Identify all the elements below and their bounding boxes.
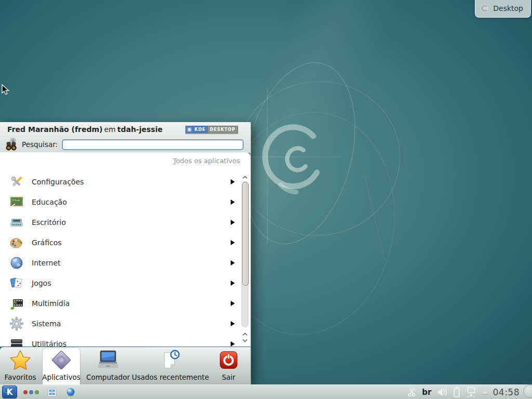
user-name: Fred Maranhão (fredm)	[7, 125, 102, 134]
tab-favoritos[interactable]: Favoritos	[0, 348, 41, 384]
web-ball-icon[interactable]	[65, 387, 76, 398]
submenu-arrow-icon	[231, 179, 235, 184]
menu-item-label: Multimídia	[32, 299, 70, 308]
globe-icon	[9, 255, 24, 271]
palette-icon	[9, 235, 24, 250]
menu-item-escritorio[interactable]: Escritório	[0, 212, 250, 232]
tab-aplicativos[interactable]: Aplicativos	[43, 348, 80, 384]
activity-dots-icon[interactable]	[23, 390, 39, 394]
submenu-arrow-icon	[231, 200, 235, 205]
menu-item-graficos[interactable]: Gráficos	[0, 232, 250, 252]
blue-dot-icon	[29, 390, 33, 394]
desktop-toolbox[interactable]: Desktop	[475, 0, 531, 18]
toolbox-label: Desktop	[493, 4, 523, 12]
menu-item-label: Sistema	[32, 320, 61, 328]
search-input[interactable]	[62, 139, 244, 150]
scrollbar[interactable]	[241, 175, 249, 344]
menu-item-configuracoes[interactable]: Configurações	[0, 171, 250, 192]
menu-item-educacao[interactable]: 2-2=4 Educação	[0, 192, 250, 212]
kde-menu-button[interactable]: K	[2, 385, 17, 398]
star-icon	[8, 348, 33, 372]
gear-icon	[9, 316, 24, 331]
tab-label: Favoritos	[5, 373, 36, 381]
scroll-up-icon[interactable]	[242, 175, 248, 180]
tab-sair[interactable]: Sair	[210, 348, 247, 384]
kde-desktop-badge: KDE DESKTOP	[185, 126, 238, 134]
conjunction: em	[102, 125, 117, 134]
menu-item-label: Educação	[32, 198, 67, 206]
host-name: tdah-jessie	[117, 125, 163, 134]
film-note-icon	[9, 296, 24, 311]
system-tray: br 04:58	[407, 387, 532, 397]
menu-item-label: Utilitários	[32, 340, 66, 347]
playing-cards-icon	[9, 275, 24, 291]
submenu-arrow-icon	[231, 341, 235, 347]
all-applications-link[interactable]: Todos os aplicativos	[173, 157, 240, 165]
red-dot-icon	[23, 390, 28, 394]
volume-icon[interactable]	[436, 387, 448, 397]
tab-usados-recentemente[interactable]: Usados recentemente	[136, 348, 205, 384]
recent-document-clock-icon	[158, 348, 183, 372]
search-row: Pesquisar:	[0, 136, 250, 153]
submenu-arrow-icon	[231, 281, 235, 286]
tab-label: Computador	[86, 373, 130, 381]
menu-item-label: Jogos	[32, 279, 51, 287]
green-dot-icon	[35, 390, 39, 394]
digital-clock[interactable]: 04:58	[493, 387, 520, 397]
kde-badge-icon	[186, 126, 193, 133]
kickoff-launcher: Fred Maranhão (fredm)emtdah-jessie KDE D…	[0, 122, 251, 384]
plasma-cashew-icon	[481, 4, 489, 12]
submenu-arrow-icon	[231, 321, 235, 326]
network-monitor-icon[interactable]	[465, 387, 477, 397]
menu-item-label: Gráficos	[32, 238, 62, 247]
menu-item-sistema[interactable]: Sistema	[0, 313, 250, 334]
menu-item-label: Internet	[32, 259, 61, 267]
tab-label: Aplicativos	[42, 373, 80, 381]
svg-text:2-2=4: 2-2=4	[12, 199, 20, 202]
launcher-header: Fred Maranhão (fredm)emtdah-jessie KDE D…	[0, 122, 250, 153]
toolbox-icon	[9, 336, 24, 347]
binoculars-search-icon	[4, 137, 20, 152]
scrollbar-thumb[interactable]	[242, 182, 249, 286]
menu-item-internet[interactable]: Internet	[0, 252, 250, 273]
mouse-cursor	[1, 84, 11, 96]
menu-item-utilitarios[interactable]: Utilitários	[0, 334, 250, 347]
taskbar-panel: K br	[0, 384, 532, 399]
submenu-arrow-icon	[231, 301, 235, 306]
kde-diamond-icon	[49, 348, 74, 372]
keyboard-layout-indicator[interactable]: br	[422, 388, 431, 397]
search-label: Pesquisar:	[22, 140, 58, 149]
launcher-user-host: Fred Maranhão (fredm)emtdah-jessie	[7, 125, 163, 134]
launcher-tab-strip: Favoritos Aplicativos Computador	[0, 347, 250, 385]
file-cabinet-icon[interactable]	[46, 387, 58, 398]
expand-tray-icon[interactable]	[482, 390, 488, 394]
menu-item-multimidia[interactable]: Multimídia	[0, 293, 250, 313]
launcher-app-list-panel: Todos os aplicativos Configurações 2-2=4…	[0, 152, 250, 347]
chalkboard-icon: 2-2=4	[9, 194, 24, 210]
menu-item-jogos[interactable]: Jogos	[0, 273, 250, 293]
scroll-down-icon[interactable]	[242, 338, 248, 343]
tab-computador[interactable]: Computador	[83, 348, 133, 384]
power-icon	[216, 348, 241, 372]
scroll-up-icon[interactable]	[242, 332, 248, 337]
tab-label: Sair	[222, 373, 235, 381]
submenu-arrow-icon	[231, 260, 235, 265]
tab-label: Usados recentemente	[132, 373, 209, 381]
crossed-tools-icon	[9, 174, 24, 190]
laptop-icon	[96, 348, 121, 372]
submenu-arrow-icon	[231, 220, 235, 225]
clipboard-scissors-icon[interactable]	[407, 387, 417, 397]
menu-item-label: Escritório	[32, 218, 66, 227]
battery-icon[interactable]	[453, 387, 460, 397]
kde-gear-icon	[4, 387, 9, 393]
scrollbar-track[interactable]	[242, 181, 248, 327]
submenu-arrow-icon	[231, 240, 235, 245]
typewriter-icon	[9, 215, 24, 230]
kde-badge-text: KDE	[193, 126, 208, 133]
category-list: Configurações 2-2=4 Educação	[0, 171, 250, 347]
desktop-badge-text: DESKTOP	[208, 126, 237, 133]
menu-item-label: Configurações	[32, 178, 84, 186]
